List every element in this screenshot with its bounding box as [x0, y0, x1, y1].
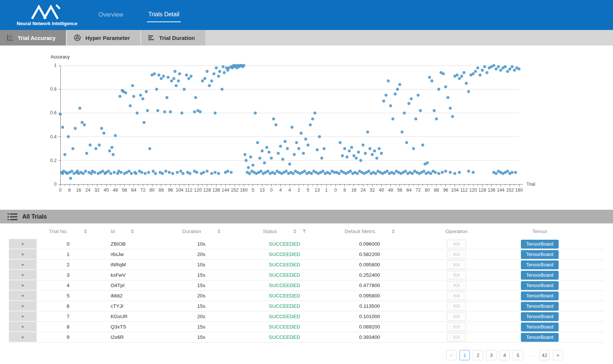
- expand-button[interactable]: +: [9, 291, 37, 300]
- kill-button[interactable]: Kill: [447, 250, 466, 259]
- tensorboard-button[interactable]: TensorBoard: [521, 323, 559, 331]
- data-point: [145, 90, 148, 93]
- data-point: [398, 83, 401, 86]
- data-point: [124, 91, 127, 94]
- prev-page-button[interactable]: <: [446, 350, 457, 360]
- tensorboard-button[interactable]: TensorBoard: [521, 271, 559, 280]
- data-point: [447, 96, 449, 99]
- page-button-1[interactable]: 1: [459, 350, 470, 360]
- list-icon: [7, 213, 17, 221]
- data-point: [337, 172, 340, 175]
- data-point: [112, 153, 115, 156]
- data-point: [85, 152, 88, 155]
- duration-cell: 20s: [155, 293, 247, 299]
- id-cell: r6xJw: [100, 252, 155, 257]
- kill-button[interactable]: Kill: [447, 312, 466, 321]
- expand-button[interactable]: +: [9, 280, 37, 290]
- expand-button[interactable]: +: [9, 249, 37, 259]
- expand-button[interactable]: +: [9, 301, 37, 311]
- tensorboard-button[interactable]: TensorBoard: [521, 260, 559, 269]
- data-point: [304, 138, 307, 141]
- tab-overview[interactable]: Overview: [97, 9, 125, 22]
- data-point: [128, 170, 131, 173]
- data-point: [288, 162, 291, 165]
- tensorboard-button[interactable]: TensorBoard: [521, 291, 559, 300]
- tensorboard-button[interactable]: TensorBoard: [521, 281, 559, 290]
- data-point: [155, 88, 158, 91]
- tab-trials-detail[interactable]: Trials Detail: [147, 8, 181, 22]
- page-button-5[interactable]: 5: [513, 350, 523, 360]
- kill-button[interactable]: Kill: [447, 260, 466, 269]
- x-tick-label: 5: [252, 188, 254, 193]
- kill-button[interactable]: Kill: [447, 302, 466, 310]
- accuracy-scatter-chart[interactable]: 00.20.40.60.8108162432404856647280889610…: [0, 46, 613, 210]
- data-point: [83, 124, 86, 127]
- page-button-42[interactable]: 42: [539, 350, 550, 360]
- status-badge: SUCCEEDED: [247, 314, 321, 319]
- x-tick-label: 13: [314, 188, 320, 193]
- expand-button[interactable]: +: [9, 332, 37, 342]
- page-ellipsis[interactable]: ···: [526, 350, 536, 360]
- data-point: [386, 170, 389, 173]
- data-point: [130, 172, 133, 175]
- status-badge: SUCCEEDED: [247, 324, 321, 330]
- page-button-2[interactable]: 2: [473, 350, 483, 360]
- data-point: [467, 90, 470, 93]
- expand-button[interactable]: +: [9, 322, 37, 331]
- data-point: [343, 147, 346, 150]
- tensorboard-button[interactable]: TensorBoard: [521, 333, 559, 342]
- kill-button[interactable]: Kill: [447, 240, 466, 248]
- expand-button[interactable]: +: [9, 239, 37, 249]
- expand-button[interactable]: +: [9, 270, 37, 280]
- tensorboard-button[interactable]: TensorBoard: [521, 250, 559, 259]
- page-button-4[interactable]: 4: [499, 350, 510, 360]
- data-point: [281, 158, 284, 161]
- sort-icon[interactable]: [293, 229, 296, 233]
- kill-button[interactable]: Kill: [447, 291, 466, 300]
- data-point: [69, 177, 72, 180]
- data-point: [71, 147, 74, 150]
- subtab-hyper-parameter[interactable]: Hyper Parameter: [67, 30, 140, 46]
- subtab-trial-duration[interactable]: Trial Duration: [141, 30, 205, 46]
- y-tick-label: 0.8: [50, 87, 57, 92]
- data-point: [248, 172, 251, 175]
- sort-icon[interactable]: [84, 229, 87, 233]
- data-point: [290, 126, 293, 129]
- kill-button[interactable]: Kill: [447, 333, 466, 341]
- kill-button[interactable]: Kill: [447, 323, 466, 331]
- data-point: [433, 109, 436, 112]
- tensorboard-button[interactable]: TensorBoard: [521, 302, 559, 311]
- data-point: [182, 172, 185, 175]
- data-point: [156, 109, 159, 112]
- data-point: [242, 64, 245, 67]
- filter-icon[interactable]: [302, 229, 306, 233]
- expand-button[interactable]: +: [9, 260, 37, 269]
- data-point: [518, 68, 521, 71]
- data-point: [194, 96, 197, 99]
- kill-button[interactable]: Kill: [447, 281, 466, 290]
- expand-button[interactable]: +: [9, 311, 37, 321]
- data-point: [111, 146, 114, 149]
- sort-icon[interactable]: [392, 229, 395, 233]
- data-point: [206, 170, 209, 173]
- data-point: [453, 172, 456, 175]
- data-point: [78, 107, 81, 110]
- data-point: [348, 149, 351, 152]
- sort-icon[interactable]: [131, 229, 134, 233]
- next-page-button[interactable]: >: [553, 350, 563, 360]
- page-button-3[interactable]: 3: [486, 350, 496, 360]
- tensorboard-button[interactable]: TensorBoard: [521, 312, 559, 321]
- data-point: [153, 73, 156, 75]
- data-point: [387, 80, 390, 82]
- subtab-trial-accuracy[interactable]: Trial Accuracy: [0, 30, 66, 46]
- view-switch-bar: Trial Accuracy Hyper Parameter Trial Dur…: [0, 30, 613, 46]
- data-point: [434, 171, 437, 174]
- data-point: [492, 64, 495, 67]
- data-point: [396, 88, 399, 91]
- tensorboard-button[interactable]: TensorBoard: [521, 240, 559, 249]
- sort-icon[interactable]: [218, 229, 220, 233]
- kill-button[interactable]: Kill: [447, 271, 466, 279]
- x-tick-label: 112: [185, 188, 192, 193]
- x-tick-label: 80: [425, 188, 430, 193]
- data-point: [164, 170, 167, 173]
